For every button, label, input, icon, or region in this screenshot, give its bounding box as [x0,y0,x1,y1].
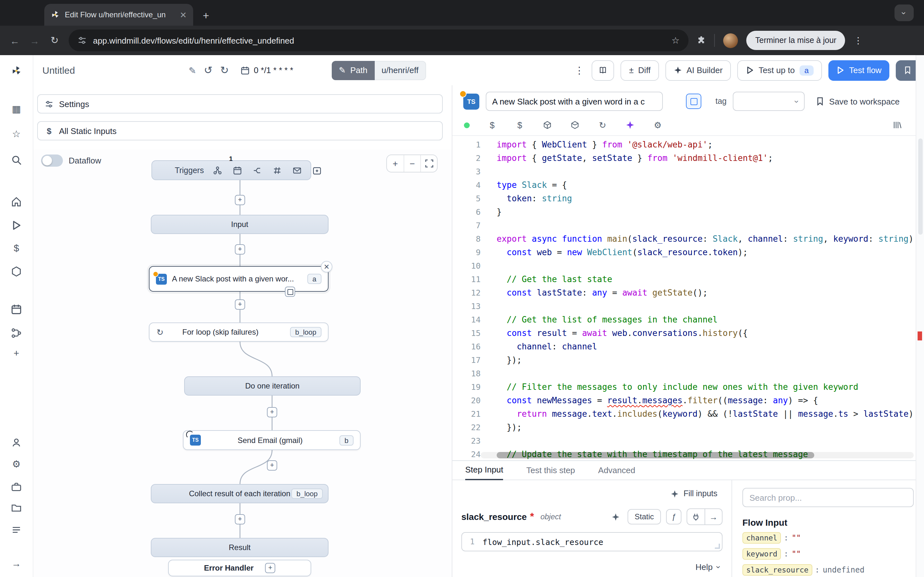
reload-icon[interactable]: ↻ [49,35,60,46]
workflows-icon[interactable] [9,326,24,339]
scrollbar-thumb[interactable] [918,139,923,235]
triggers-bar[interactable]: Triggers 1 [152,160,311,180]
websocket-trigger-icon[interactable] [272,166,281,175]
variables-icon[interactable]: $ [9,241,24,254]
flow-settings-row[interactable]: Settings [37,94,443,113]
pin-step-button[interactable] [285,287,295,297]
flow-node-send-email[interactable]: TS Send Email (gmail) b [183,430,360,450]
path-pill[interactable]: ✎Path u/henri/eff [332,61,426,80]
test-flow-button[interactable]: Test flow [829,60,889,81]
user-icon[interactable] [9,436,24,449]
tag-select[interactable]: › [733,92,805,111]
add-step-button[interactable]: + [235,300,245,309]
undo-icon[interactable]: ↺ [204,64,212,76]
add-icon[interactable]: + [9,346,24,359]
expression-editor[interactable]: 1 flow_input.slack_resource [461,532,722,551]
runs-icon[interactable] [9,219,24,231]
flow-title[interactable]: Untitled [42,65,181,76]
step-select-checkbox[interactable] [686,93,701,109]
profile-avatar[interactable] [723,33,738,48]
add-step-button[interactable]: + [267,407,277,417]
docs-button[interactable] [592,60,614,81]
add-step-button[interactable]: + [235,244,245,255]
flow-node-for-loop[interactable]: ↻ For loop (skip failures) b_loop [149,322,328,342]
flow-canvas[interactable]: Dataflow + − Triggers 1 [33,149,452,577]
route-trigger-icon[interactable] [252,166,262,175]
library-icon[interactable] [892,120,902,130]
plug-icon[interactable] [687,509,704,524]
workers-icon[interactable] [9,480,24,493]
flow-input-prop[interactable]: channel:"" [742,532,914,544]
windmill-logo[interactable] [9,64,24,77]
editor-settings-icon[interactable]: ⚙ [653,120,663,130]
prop-name-chip[interactable]: channel [742,532,781,544]
logs-icon[interactable] [9,523,24,536]
code-editor[interactable]: 1import { WebClient } from '@slack/web-a… [452,136,924,460]
folders-icon[interactable] [9,501,24,514]
bookmark-star-icon[interactable]: ☆ [672,35,680,45]
schedules-icon[interactable] [9,303,24,316]
ai-wand-icon[interactable] [625,120,635,130]
ai-fill-wand-icon[interactable] [610,510,622,524]
step-title-input[interactable] [486,92,663,111]
webhook-icon[interactable] [213,166,222,175]
settings-gear-icon[interactable]: ⚙ [9,458,24,471]
forward-icon[interactable]: → [29,35,40,46]
extensions-icon[interactable] [697,36,706,45]
static-inputs-row[interactable]: $ All Static Inputs [37,121,443,140]
back-icon[interactable]: ← [9,35,21,46]
save-to-workspace-button[interactable]: Save to workspace [816,97,900,106]
schedule-display[interactable]: 0 */1 * * * * [240,65,293,75]
flow-node-result[interactable]: Result [151,538,328,557]
tab-search-chevron-icon[interactable]: › [895,5,914,21]
redo-icon[interactable]: ↻ [220,64,229,76]
flow-node-slack-step[interactable]: TS A new Slack post with a given wor... … [149,266,328,292]
search-icon[interactable] [9,153,24,166]
reload-icon[interactable]: ↻ [598,120,607,130]
help-link[interactable]: Help › [696,562,720,572]
horizontal-scrollbar-thumb[interactable] [497,452,814,458]
dependencies-icon[interactable] [570,120,580,130]
flow-node-error-handler[interactable]: Error Handler + [168,560,311,576]
package-icon[interactable] [542,120,552,130]
chrome-menu-icon[interactable]: ⋮ [854,35,863,45]
kafka-trigger-icon[interactable] [312,166,321,175]
add-step-button[interactable]: + [235,514,245,524]
tab-advanced[interactable]: Advanced [598,466,635,480]
add-step-button[interactable]: + [235,195,245,205]
browser-tab[interactable]: Edit Flow u/henri/effective_un ✕ [44,4,193,26]
search-prop-input[interactable] [742,488,914,507]
chrome-update-button[interactable]: Terminer la mise à jour [746,31,845,50]
tab-test-this-step[interactable]: Test this step [527,466,575,480]
fill-inputs-button[interactable]: Fill inputs [666,485,722,502]
zoom-out-button[interactable]: − [404,155,420,172]
flow-node-collect-result[interactable]: Collect result of each iteration b_loop [151,484,328,503]
diff-button[interactable]: ±Diff [621,60,659,81]
ai-builder-button[interactable]: AI Builder [666,60,731,81]
flow-input-prop[interactable]: keyword:"" [742,548,914,560]
window-scrollbar[interactable] [916,55,924,577]
add-step-button[interactable]: + [267,460,277,471]
tab-step-input[interactable]: Step Input [465,465,503,480]
site-settings-icon[interactable] [78,36,87,45]
prop-name-chip[interactable]: keyword [742,548,781,560]
function-toggle-icon[interactable]: ƒ [666,509,682,524]
resize-handle[interactable] [715,544,720,549]
prop-name-chip[interactable]: slack_resource [742,564,813,576]
flow-node-input[interactable]: Input [151,215,328,234]
resources-icon[interactable] [9,265,24,277]
home-icon[interactable] [9,195,24,208]
flow-input-prop[interactable]: slack_resource:undefined [742,564,914,576]
zoom-in-button[interactable]: + [387,155,404,172]
flow-node-do-one-iteration[interactable]: Do one iteration [184,376,360,396]
address-bar[interactable]: app.windmill.dev/flows/edit/u/henri/effe… [69,29,688,51]
new-tab-button[interactable]: + [203,10,209,21]
favorites-star-icon[interactable]: ☆ [9,127,24,140]
test-up-to-button[interactable]: Test up toa [737,60,822,81]
resources-picker-icon[interactable]: $ [515,120,525,130]
more-options-icon[interactable]: ⋮ [575,64,584,76]
expand-rail-icon[interactable]: → [9,556,24,569]
remove-step-icon[interactable]: ✕ [321,261,333,272]
edit-title-pencil-icon[interactable]: ✎ [189,65,196,75]
fit-view-button[interactable] [420,155,437,172]
